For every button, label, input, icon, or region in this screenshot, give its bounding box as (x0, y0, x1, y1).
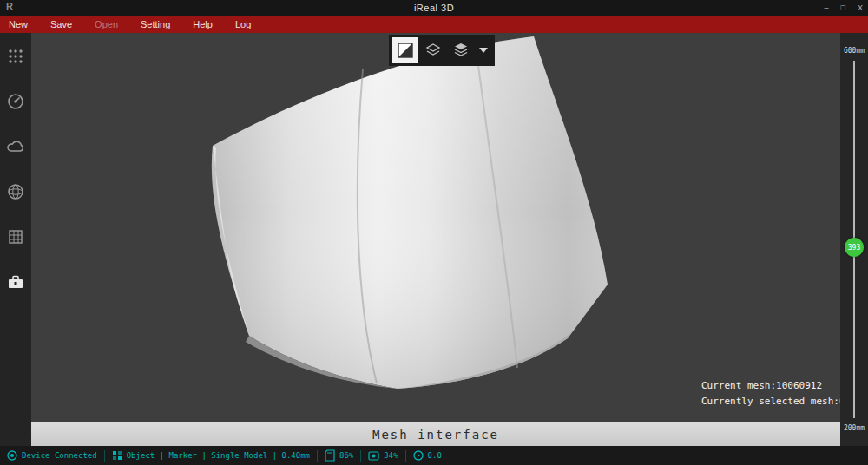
statusbar-separator (317, 450, 318, 462)
view-mode-toolbar (389, 35, 495, 66)
ruler-max-label: 600mm (840, 47, 868, 55)
mesh-interface-bar: Mesh interface (31, 422, 840, 446)
current-mesh-label: Current mesh:10060912 (701, 378, 840, 394)
device-status-icon (7, 450, 17, 461)
dropdown-caret-icon[interactable] (479, 48, 488, 53)
statusbar-separator (405, 450, 406, 462)
scan-mode-icon (112, 450, 122, 461)
menu-save[interactable]: Save (50, 19, 72, 29)
distance-ruler: 600mm 393 200mm (840, 33, 868, 446)
storage-percent-label: 86% (339, 451, 353, 460)
memory-percent-label: 34% (384, 451, 398, 460)
mesh-sphere-icon[interactable] (6, 182, 25, 201)
statusbar: Device Connected Object | Marker | Singl… (0, 446, 868, 465)
window-title: iReal 3D (0, 3, 868, 13)
device-status-label: Device Connected (22, 451, 97, 460)
titlebar: R iReal 3D – □ X (0, 0, 868, 16)
device-status-group: Device Connected (7, 450, 97, 461)
minimize-button[interactable]: – (825, 0, 829, 16)
menu-open: Open (95, 19, 118, 29)
distance-badge: 393 (845, 238, 864, 257)
viewport-3d[interactable]: Current mesh:10060912 Currently selected… (31, 33, 840, 422)
close-button[interactable]: X (858, 0, 863, 16)
memory-group: 34% (368, 451, 398, 461)
layers-view-icon[interactable] (420, 37, 446, 63)
grid-table-icon[interactable] (6, 227, 25, 246)
maximize-button[interactable]: □ (841, 0, 845, 16)
menu-new[interactable]: New (9, 19, 28, 29)
scan-mode-group[interactable]: Object | Marker | Single Model | 0.40mm (112, 450, 310, 461)
selected-mesh-label: Currently selected mesh:0 (701, 394, 840, 409)
stack-view-icon[interactable] (448, 37, 474, 63)
fps-value-label: 0.0 (428, 451, 442, 460)
shaded-view-icon[interactable] (392, 37, 418, 63)
toolbox-icon[interactable] (6, 272, 25, 291)
gauge-icon[interactable] (6, 92, 25, 111)
fps-group: 0.0 (413, 450, 442, 461)
ruler-min-label: 200mm (840, 424, 868, 432)
menu-log[interactable]: Log (235, 19, 251, 29)
cloud-icon[interactable] (6, 137, 25, 156)
car-hood-model (31, 33, 840, 422)
sd-card-icon (325, 449, 335, 462)
sidebar (0, 33, 31, 446)
dots-grid-icon[interactable] (6, 47, 25, 66)
memory-icon (368, 451, 379, 461)
fps-icon (413, 450, 424, 461)
window-controls: – □ X (825, 0, 863, 16)
statusbar-separator (104, 450, 105, 462)
menu-help[interactable]: Help (193, 19, 213, 29)
statusbar-separator (360, 450, 361, 462)
storage-group: 86% (325, 449, 353, 462)
app-window: R iReal 3D – □ X New Save Open Setting H… (0, 0, 868, 465)
mesh-info: Current mesh:10060912 Currently selected… (701, 378, 840, 409)
menu-setting[interactable]: Setting (141, 19, 170, 29)
menubar: New Save Open Setting Help Log (0, 16, 868, 33)
mesh-interface-label: Mesh interface (372, 428, 499, 442)
scan-mode-label: Object | Marker | Single Model | 0.40mm (127, 451, 310, 460)
